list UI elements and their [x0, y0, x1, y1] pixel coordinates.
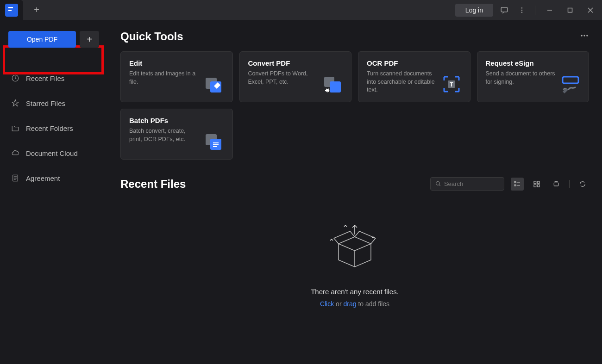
login-button[interactable]: Log in: [455, 4, 493, 17]
feedback-icon[interactable]: [498, 4, 511, 17]
titlebar: + Log in: [0, 0, 602, 20]
sidebar-item-recent-folders[interactable]: Recent Folders: [6, 119, 102, 137]
recent-files-title: Recent Files: [120, 178, 186, 191]
svg-point-3: [521, 12, 523, 13]
empty-state: There aren't any recent files. Click or …: [120, 204, 589, 308]
search-input[interactable]: [444, 180, 499, 187]
menu-dots-icon[interactable]: [515, 4, 528, 17]
tool-desc: Convert PDFs to Word, Excel, PPT, etc.: [248, 70, 319, 86]
tool-desc: Turn scanned documents into searchable o…: [367, 70, 438, 94]
tool-title: Edit: [129, 59, 200, 67]
svg-rect-35: [537, 181, 539, 184]
tool-request-esign[interactable]: Request eSign Send a document to others …: [477, 51, 589, 102]
recent-header: Recent Files: [120, 177, 589, 191]
tool-batch-pdfs[interactable]: Batch PDFs Batch convert, create, print,…: [120, 109, 233, 160]
sidebar-item-agreement[interactable]: Agreement: [6, 169, 102, 187]
svg-rect-5: [568, 8, 572, 12]
tool-text: Edit Edit texts and images in a file.: [129, 59, 204, 86]
folder-icon: [11, 124, 19, 132]
window-close-button[interactable]: [583, 2, 598, 18]
svg-rect-0: [501, 7, 508, 12]
tool-title: Convert PDF: [248, 59, 319, 67]
svg-text:T: T: [450, 81, 453, 88]
empty-text-or: or: [334, 300, 343, 308]
tool-edit[interactable]: Edit Edit texts and images in a file.: [120, 51, 233, 102]
window-maximize-button[interactable]: [562, 2, 578, 18]
svg-rect-27: [213, 146, 217, 147]
star-icon: [11, 99, 19, 107]
tool-convert-pdf[interactable]: Convert PDF Convert PDFs to Word, Excel,…: [239, 51, 352, 102]
svg-rect-26: [213, 144, 219, 145]
tool-desc: Batch convert, create, print, OCR PDFs, …: [129, 127, 200, 143]
create-pdf-button[interactable]: +: [80, 31, 99, 48]
nav-label: Recent Folders: [26, 124, 73, 132]
quick-tools-title: Quick Tools: [120, 30, 183, 43]
clock-icon: [11, 74, 19, 82]
view-pin-button[interactable]: [550, 178, 563, 191]
tool-text: Convert PDF Convert PDFs to Word, Excel,…: [248, 59, 323, 86]
search-box[interactable]: [430, 177, 504, 191]
tool-text: Batch PDFs Batch convert, create, print,…: [129, 117, 204, 143]
open-row: Open PDF +: [2, 25, 106, 56]
view-list-button[interactable]: [511, 178, 524, 191]
recent-controls: [430, 177, 589, 191]
quick-tools-more-icon[interactable]: [580, 31, 589, 42]
separator: [569, 180, 570, 188]
tool-desc: Edit texts and images in a file.: [129, 70, 200, 86]
edit-icon: [204, 74, 224, 94]
window-minimize-button[interactable]: [542, 2, 558, 18]
app-logo-icon: [5, 4, 18, 17]
sidebar-item-document-cloud[interactable]: Document Cloud: [6, 144, 102, 162]
svg-rect-36: [534, 185, 536, 187]
tool-title: OCR PDF: [367, 59, 438, 67]
svg-line-29: [439, 185, 440, 186]
titlebar-left: +: [0, 0, 44, 20]
empty-drag-link[interactable]: drag: [343, 300, 356, 308]
svg-rect-34: [534, 181, 536, 184]
refresh-button[interactable]: [576, 178, 589, 191]
svg-rect-30: [514, 181, 516, 183]
convert-icon: [322, 74, 343, 94]
svg-rect-22: [563, 77, 578, 83]
sidebar: Open PDF + Recent Files Starred Files Re…: [0, 20, 107, 364]
tool-title: Request eSign: [486, 59, 557, 67]
separator: [535, 6, 535, 15]
quick-tools-header: Quick Tools: [120, 30, 589, 43]
search-icon: [435, 180, 441, 187]
nav-label: Document Cloud: [26, 149, 78, 157]
svg-point-1: [521, 7, 523, 9]
sidebar-item-starred-files[interactable]: Starred Files: [6, 94, 102, 112]
app-home-tab[interactable]: [0, 0, 23, 20]
svg-rect-19: [330, 81, 341, 93]
svg-point-13: [581, 35, 583, 36]
new-tab-button[interactable]: +: [29, 2, 44, 18]
svg-rect-25: [213, 142, 219, 143]
esign-icon: [560, 74, 580, 94]
nav-label: Agreement: [26, 174, 60, 182]
nav-list: Recent Files Starred Files Recent Folder…: [2, 56, 106, 187]
svg-point-15: [586, 35, 588, 36]
svg-rect-32: [514, 185, 516, 186]
svg-point-28: [436, 182, 440, 185]
tool-text: OCR PDF Turn scanned documents into sear…: [367, 59, 441, 94]
empty-click-link[interactable]: Click: [320, 300, 334, 308]
nav-label: Starred Files: [26, 99, 65, 107]
empty-text-rest: to add files: [357, 300, 390, 308]
main: Quick Tools Edit Edit texts and images i…: [107, 20, 602, 364]
empty-box-icon: [325, 218, 385, 278]
nav-label: Recent Files: [26, 74, 64, 82]
open-pdf-button[interactable]: Open PDF: [8, 31, 76, 48]
ocr-icon: T: [441, 74, 462, 94]
svg-point-14: [583, 35, 585, 36]
titlebar-right: Log in: [455, 2, 602, 18]
view-grid-button[interactable]: [530, 178, 543, 191]
svg-point-2: [521, 9, 523, 11]
tools-grid: Edit Edit texts and images in a file. Co…: [120, 51, 589, 160]
tool-ocr-pdf[interactable]: OCR PDF Turn scanned documents into sear…: [358, 51, 470, 102]
svg-rect-37: [537, 185, 539, 187]
empty-sub: Click or drag to add files: [320, 300, 389, 308]
cloud-icon: [11, 149, 19, 157]
content: Open PDF + Recent Files Starred Files Re…: [0, 20, 602, 364]
empty-message: There aren't any recent files.: [311, 288, 399, 296]
document-icon: [11, 174, 19, 182]
